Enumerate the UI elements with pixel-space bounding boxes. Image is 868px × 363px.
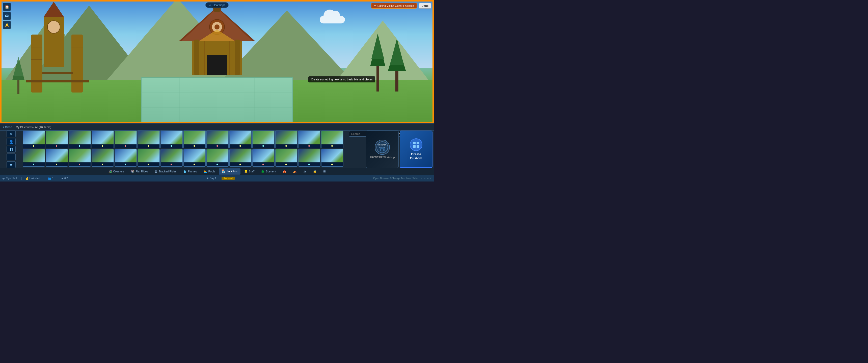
item-thumb-14[interactable] <box>321 131 343 148</box>
create-custom-button[interactable]: CreateCustom <box>400 131 433 168</box>
tab-extra5[interactable]: ⊞ <box>320 169 329 174</box>
budget-status: 💰 Unlimited <box>26 177 40 180</box>
tab-extra1[interactable]: 🎪 <box>280 169 289 174</box>
items-row-2 <box>23 149 346 167</box>
sidebar-terrain-btn[interactable]: 🏔 <box>3 12 11 20</box>
flumes-icon: 💧 <box>183 170 187 173</box>
extra4-icon: 🔒 <box>313 170 317 173</box>
done-button[interactable]: Done <box>419 3 432 8</box>
tracked-rides-icon: 🛤 <box>155 170 158 173</box>
extra1-icon: 🎪 <box>283 170 286 173</box>
day-status: ☀ Day 1 <box>207 177 216 180</box>
nav-guest-btn[interactable]: 👤 <box>6 138 16 145</box>
tab-extra3[interactable]: ⛰ <box>300 169 309 174</box>
svg-rect-20 <box>31 35 42 93</box>
tab-scenery-label: Scenery <box>266 170 276 173</box>
item-thumb-9[interactable] <box>207 131 228 148</box>
sidebar-home-btn[interactable]: 🏠 <box>3 3 11 11</box>
item-thumb-8[interactable] <box>183 131 206 148</box>
item-thumb-20[interactable] <box>137 149 160 167</box>
item-thumb-2[interactable] <box>46 131 68 148</box>
tab-pools[interactable]: 🏊 Pools <box>200 169 218 174</box>
tab-scenery[interactable]: 🌲 Scenery <box>258 169 279 174</box>
tab-tracked-rides-label: Tracked Rides <box>159 170 177 173</box>
tab-extra2[interactable]: ⛺ <box>290 169 300 174</box>
blueprint-title: My Blueprints - All (46 Items) <box>16 126 52 129</box>
item-thumb-15[interactable] <box>23 149 45 167</box>
tab-coasters-label: Coasters <box>113 170 124 173</box>
item-thumb-22[interactable] <box>183 149 206 167</box>
item-thumb-4[interactable] <box>92 131 114 148</box>
nav-grid1-btn[interactable]: ◧ <box>6 146 16 153</box>
tab-flat-rides-label: Flat Rides <box>135 170 148 173</box>
day-icon: ☀ <box>207 177 209 180</box>
tab-staff-label: Staff <box>249 170 254 173</box>
park-name: 🏟 Tiger Park <box>2 177 18 180</box>
svg-rect-33 <box>18 80 20 94</box>
item-thumb-5[interactable] <box>115 131 137 148</box>
item-thumb-12[interactable] <box>275 131 298 148</box>
scenery-icon: 🌲 <box>261 170 265 173</box>
bottom-tabs: 🎢 Coasters 🎡 Flat Rides 🛤 Tracked Rides … <box>0 168 434 175</box>
svg-point-10 <box>215 25 219 30</box>
tab-facilities[interactable]: 🏪 Facilities <box>219 168 241 174</box>
tab-extra4[interactable]: 🔒 <box>310 169 320 174</box>
item-thumb-3[interactable] <box>69 131 91 148</box>
game-viewport: 🏠 🏔 🔔 🌡 Heatmaps ✏ Editing Viking Guest … <box>0 0 434 124</box>
tab-coasters[interactable]: 🎢 Coasters <box>105 169 127 174</box>
day-info: ☀ Day 1 Paused <box>207 177 235 180</box>
item-thumb-27[interactable] <box>298 149 320 167</box>
tab-tracked-rides[interactable]: 🛤 Tracked Rides <box>152 169 180 174</box>
svg-rect-12 <box>235 40 240 75</box>
extra2-icon: ⛺ <box>293 170 297 173</box>
sidebar-notifications-btn[interactable]: 🔔 <box>3 21 11 29</box>
status-sep-4 <box>219 177 219 180</box>
item-thumb-19[interactable] <box>115 149 137 167</box>
item-thumb-11[interactable] <box>252 131 275 148</box>
tab-flat-rides[interactable]: 🎡 Flat Rides <box>128 169 151 174</box>
nav-favorites-btn[interactable]: ★ <box>6 161 16 168</box>
tab-facilities-label: Facilities <box>226 170 238 173</box>
svg-rect-37 <box>416 142 419 144</box>
item-thumb-7[interactable] <box>160 131 183 148</box>
frontier-workshop-button[interactable]: FRONTIER Workshop FRONTIER Workshop <box>366 131 399 168</box>
svg-marker-29 <box>371 34 384 59</box>
item-thumb-16[interactable] <box>46 149 68 167</box>
item-thumb-28[interactable] <box>321 149 343 167</box>
budget-icon: 💰 <box>26 177 29 180</box>
create-custom-label: CreateCustom <box>410 152 422 160</box>
tab-staff[interactable]: 👷 Staff <box>241 169 257 174</box>
editing-bar: ✏ Editing Viking Guest Facilities Done <box>371 3 431 8</box>
editing-label: ✏ Editing Viking Guest Facilities <box>371 3 417 8</box>
item-thumb-1[interactable] <box>23 131 45 148</box>
item-thumb-10[interactable] <box>229 131 252 148</box>
item-thumb-26[interactable] <box>275 149 298 167</box>
nav-all-btn[interactable]: ∞ <box>6 131 16 137</box>
svg-rect-13 <box>207 55 227 75</box>
item-thumb-17[interactable] <box>69 149 91 167</box>
tab-flumes[interactable]: 💧 Flumes <box>180 169 200 174</box>
rating-icon: ★ <box>61 177 63 180</box>
items-row-1 <box>23 131 346 148</box>
close-button[interactable]: < Close <box>2 126 12 129</box>
sidebar-left: 🏠 🏔 🔔 <box>3 3 11 29</box>
heatmaps-button[interactable]: 🌡 Heatmaps <box>206 2 228 8</box>
nav-grid2-btn[interactable]: ⊞ <box>6 154 16 160</box>
flat-rides-icon: 🎡 <box>131 170 134 173</box>
item-thumb-18[interactable] <box>92 149 114 167</box>
svg-rect-45 <box>381 149 383 151</box>
park-name-icon: 🏟 <box>2 177 5 180</box>
item-thumb-24[interactable] <box>229 149 252 167</box>
guests-icon: 👥 <box>48 177 51 180</box>
svg-rect-30 <box>395 71 398 92</box>
item-thumb-23[interactable] <box>207 149 228 167</box>
frontier-workshop-label: FRONTIER Workshop <box>370 156 395 159</box>
extra3-icon: ⛰ <box>303 170 306 173</box>
item-thumb-25[interactable] <box>252 149 275 167</box>
create-tooltip: Create something new using basic bits an… <box>308 76 375 82</box>
facilities-icon: 🏪 <box>222 169 225 173</box>
item-thumb-21[interactable] <box>160 149 183 167</box>
svg-rect-25 <box>42 72 73 74</box>
item-thumb-6[interactable] <box>137 131 160 148</box>
item-thumb-13[interactable] <box>298 131 320 148</box>
